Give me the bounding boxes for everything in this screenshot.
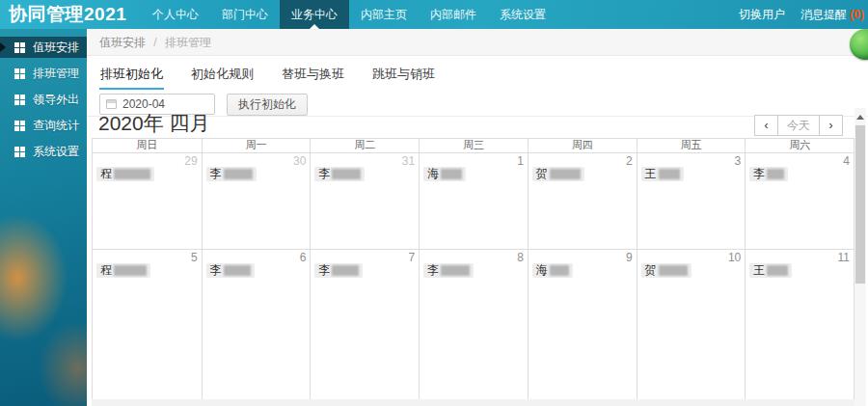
date-number: 10 — [728, 251, 741, 264]
day-cell[interactable]: 31李 — [310, 153, 419, 249]
shift-person-name: 李 — [318, 166, 330, 182]
shift-person-name: 王 — [753, 262, 765, 279]
shift-person-name: 李 — [210, 166, 222, 182]
top-nav-item-5[interactable]: 系统设置 — [488, 0, 557, 29]
shift-event[interactable]: 李 — [423, 263, 474, 278]
tab-3[interactable]: 跳班与销班 — [371, 62, 436, 90]
shift-event[interactable]: 李 — [206, 167, 257, 181]
tab-2[interactable]: 替班与换班 — [281, 62, 345, 90]
shift-event[interactable]: 李 — [314, 263, 363, 278]
redacted-name-blur — [767, 169, 784, 179]
shift-event[interactable]: 王 — [749, 263, 792, 278]
vertical-scrollbar-thumb[interactable] — [855, 125, 865, 284]
redacted-name-blur — [550, 265, 569, 276]
shift-event[interactable]: 海 — [532, 263, 573, 278]
shift-event[interactable]: 程 — [96, 263, 150, 278]
shift-person-name: 李 — [427, 262, 439, 279]
top-nav-item-3[interactable]: 内部主页 — [349, 0, 419, 29]
shift-event[interactable]: 海 — [423, 167, 466, 181]
shift-person-name: 程 — [100, 166, 112, 182]
grid-icon — [14, 42, 25, 53]
day-cell[interactable]: 3王 — [637, 153, 746, 249]
day-cell[interactable]: 4李 — [745, 153, 854, 249]
message-alert-label: 消息提醒 — [800, 8, 847, 21]
horizontal-scrollbar[interactable] — [92, 399, 854, 406]
weekday-header-cell: 周日 — [93, 139, 202, 152]
day-cell[interactable]: 29程 — [93, 153, 202, 249]
redacted-name-blur — [659, 265, 688, 276]
sidebar-item-3[interactable]: 查询统计 — [0, 115, 87, 136]
sidebar-item-2[interactable]: 领导外出 — [0, 89, 87, 110]
top-nav-item-1[interactable]: 部门中心 — [210, 0, 280, 29]
calendar-region: 2020年 四月 ‹ 今天 › 周日周一周二周三周四周五周六 29程30李31李… — [87, 108, 868, 406]
date-number: 2 — [626, 154, 633, 168]
day-cell[interactable]: 6李 — [202, 250, 311, 404]
shift-event[interactable]: 贺 — [532, 167, 584, 181]
tab-1[interactable]: 初始化规则 — [190, 62, 255, 90]
day-cell[interactable]: 2贺 — [528, 153, 637, 249]
shift-event[interactable]: 李 — [206, 263, 255, 278]
shift-event[interactable]: 贺 — [641, 263, 692, 278]
calendar-week-row: 29程30李31李1海2贺3王4李 — [93, 152, 854, 249]
breadcrumb-parent[interactable]: 值班安排 — [99, 36, 146, 49]
calendar-table: 周日周一周二周三周四周五周六 29程30李31李1海2贺3王4李5程6李7李8李… — [92, 138, 854, 406]
calendar-week-row: 5程6李7李8李9海10贺11王 — [93, 249, 854, 404]
switch-user-link[interactable]: 切换用户 — [739, 7, 785, 23]
day-cell[interactable]: 8李 — [419, 250, 528, 404]
topbar-right: 切换用户 消息提醒 (0) — [739, 0, 864, 29]
next-month-button[interactable]: › — [819, 115, 843, 136]
weekday-header-cell: 周六 — [745, 139, 854, 152]
shift-person-name: 王 — [645, 166, 657, 182]
day-cell[interactable]: 30李 — [202, 153, 311, 249]
redacted-name-blur — [332, 169, 361, 179]
weekday-header-row: 周日周一周二周三周四周五周六 — [93, 139, 854, 152]
day-cell[interactable]: 7李 — [310, 250, 419, 404]
shift-person-name: 李 — [318, 262, 330, 279]
shift-event[interactable]: 程 — [96, 167, 154, 181]
day-cell[interactable]: 9海 — [528, 250, 637, 404]
weekday-header-cell: 周二 — [310, 139, 419, 152]
sidebar-item-1[interactable]: 排班管理 — [0, 63, 87, 84]
top-nav-item-4[interactable]: 内部邮件 — [419, 0, 488, 29]
date-number: 11 — [838, 251, 850, 264]
today-button[interactable]: 今天 — [777, 115, 820, 136]
top-nav-item-0[interactable]: 个人中心 — [141, 0, 210, 29]
shift-person-name: 海 — [536, 262, 548, 279]
shift-event[interactable]: 李 — [314, 167, 365, 181]
calendar-nav: ‹ 今天 › — [755, 115, 843, 136]
scroll-up-arrow-icon[interactable] — [854, 108, 866, 122]
date-number: 6 — [300, 251, 307, 264]
day-cell[interactable]: 1海 — [419, 153, 528, 249]
redacted-name-blur — [114, 265, 147, 276]
message-alert-link[interactable]: 消息提醒 (0) — [800, 7, 864, 23]
vertical-scrollbar[interactable] — [854, 108, 866, 406]
grid-icon — [14, 95, 25, 105]
date-number: 8 — [517, 251, 524, 264]
redacted-name-blur — [550, 169, 581, 179]
sidebar-item-label: 查询统计 — [33, 118, 79, 134]
redacted-name-blur — [332, 265, 359, 276]
day-cell[interactable]: 5程 — [93, 250, 202, 404]
redacted-name-blur — [224, 169, 253, 179]
sidebar-item-label: 排班管理 — [33, 66, 79, 82]
sidebar-item-0[interactable]: 值班安排 — [0, 37, 87, 58]
sidebar: 值班安排排班管理领导外出查询统计系统设置 — [0, 29, 87, 406]
day-cell[interactable]: 11王 — [745, 250, 854, 404]
shift-event[interactable]: 王 — [641, 167, 684, 181]
main-content: 值班安排 / 排班管理 排班初始化初始化规则替班与换班跳班与销班 执行初始化 2… — [87, 29, 868, 406]
tab-0[interactable]: 排班初始化 — [99, 62, 164, 90]
calendar-title: 2020年 四月 — [98, 112, 210, 135]
redacted-name-blur — [224, 265, 251, 276]
date-number: 31 — [402, 154, 415, 168]
app-logo: 协同管理2021 — [9, 0, 126, 29]
date-number: 1 — [517, 154, 524, 168]
weekday-header-cell: 周五 — [637, 139, 746, 152]
top-nav-item-2[interactable]: 业务中心 — [280, 0, 349, 29]
sidebar-item-4[interactable]: 系统设置 — [0, 141, 87, 162]
tab-bar: 排班初始化初始化规则替班与换班跳班与销班 — [87, 56, 868, 90]
weekday-header-cell: 周一 — [202, 139, 311, 152]
prev-month-button[interactable]: ‹ — [754, 115, 778, 136]
sidebar-item-label: 系统设置 — [33, 144, 79, 160]
day-cell[interactable]: 10贺 — [637, 250, 746, 404]
shift-event[interactable]: 李 — [749, 167, 788, 181]
